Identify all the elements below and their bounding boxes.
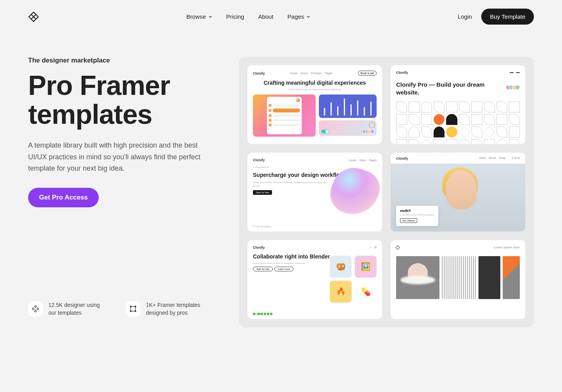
- stat-templates: 1K+ Framer templates designed by pros: [126, 301, 205, 317]
- template-card[interactable]: Clonify —☰ Collaborate right into Blende…: [247, 240, 382, 319]
- card-subtitle: Lorem ipsum dolor sit amet consectetur a…: [253, 181, 327, 188]
- card-button: Start for free: [253, 190, 272, 195]
- svg-point-8: [135, 311, 136, 312]
- card-brand: Clonify: [396, 157, 408, 160]
- logo[interactable]: [28, 11, 39, 22]
- blob-graphic: [325, 162, 382, 222]
- portrait-image: molk® Lorem ipsum dolor sit amet consect…: [391, 164, 525, 232]
- template-gallery: Clonify HomeAboutProductsPages Book a ca…: [239, 57, 534, 328]
- card-pill: Book a call: [358, 71, 377, 76]
- eyebrow: The designer marketplace: [28, 57, 223, 64]
- description: A template library built with high preci…: [28, 140, 208, 175]
- svg-point-6: [135, 306, 136, 307]
- buy-template-button[interactable]: Buy Template: [481, 9, 534, 25]
- card-subtitle: Lorem ipsum dolor sit amet consectetur a…: [253, 88, 377, 91]
- card-text: Lorem ipsum dolor: [494, 246, 520, 249]
- nav-pages[interactable]: Pages: [288, 13, 311, 20]
- svg-point-5: [130, 306, 132, 307]
- card-button: Learn more: [274, 267, 293, 271]
- card-title: Crafting meaningful digital experiences: [253, 80, 377, 87]
- card-brand: Clonify: [253, 158, 265, 162]
- feature-box: [319, 120, 377, 136]
- template-card[interactable]: Clonify WorkAboutShop⚲ ☰ ⊞ molk® Lorem i…: [391, 153, 525, 232]
- template-card[interactable]: Clonify Clonify Pro — Build your dream w…: [391, 65, 525, 144]
- nav-label: Browse: [187, 13, 206, 20]
- card-footer: Powered: [253, 313, 272, 315]
- cta-button[interactable]: Get Pro Access: [28, 188, 99, 207]
- main-nav: Browse Pricing About Pages: [187, 13, 311, 20]
- card-title: Clonify Pro — Build your dream website.: [396, 81, 503, 96]
- svg-rect-0: [34, 306, 37, 308]
- nav-label: About: [258, 13, 273, 20]
- nav-browse[interactable]: Browse: [187, 13, 212, 20]
- card-brand: Clonify: [253, 246, 265, 249]
- stat-text: 1K+ Framer templates designed by pros: [146, 301, 205, 317]
- card-logo-icon: [395, 245, 400, 249]
- template-card[interactable]: Clonify HomeAboutProductsPages Book a ca…: [247, 65, 382, 144]
- svg-rect-3: [34, 310, 37, 313]
- card-brand: Clonify: [396, 71, 408, 75]
- image-grid: ›: [396, 256, 520, 299]
- nav-label: Pricing: [226, 13, 244, 20]
- chart-mockup: [319, 94, 377, 118]
- svg-rect-4: [131, 306, 135, 311]
- login-link[interactable]: Login: [458, 13, 472, 20]
- svg-rect-2: [37, 308, 39, 310]
- card-button: Start for free: [253, 267, 273, 271]
- card-brand: Clonify: [253, 71, 265, 75]
- nav-label: Pages: [288, 13, 304, 20]
- stat-text: 12.5K designer using our templates: [48, 301, 107, 317]
- template-card[interactable]: Clonify HomeShopPages — Presentation kit…: [247, 153, 382, 232]
- svg-rect-1: [32, 308, 34, 310]
- shape-grid: [396, 102, 520, 144]
- stat-designers: 12.5K designer using our templates: [28, 301, 107, 317]
- phone-mockup: [253, 94, 316, 137]
- icon-grid: 🥨 🖼️ 🔥 💊: [330, 256, 377, 303]
- templates-icon: [126, 301, 140, 316]
- page-title: Pro Framer templates: [28, 71, 223, 129]
- chevron-down-icon: [306, 15, 310, 19]
- card-nav: HomeAboutProductsPages: [290, 72, 332, 75]
- designers-icon: [28, 301, 43, 316]
- template-card[interactable]: Lorem ipsum dolor ›: [391, 240, 525, 319]
- chevron-down-icon: [208, 15, 212, 19]
- card-footer: © UXD Templates: [253, 225, 272, 228]
- nav-pricing[interactable]: Pricing: [226, 13, 244, 20]
- avatar-group: [507, 85, 520, 90]
- nav-about[interactable]: About: [258, 13, 273, 20]
- overlay-card: molk® Lorem ipsum dolor sit amet consect…: [396, 206, 438, 226]
- svg-point-7: [130, 311, 132, 312]
